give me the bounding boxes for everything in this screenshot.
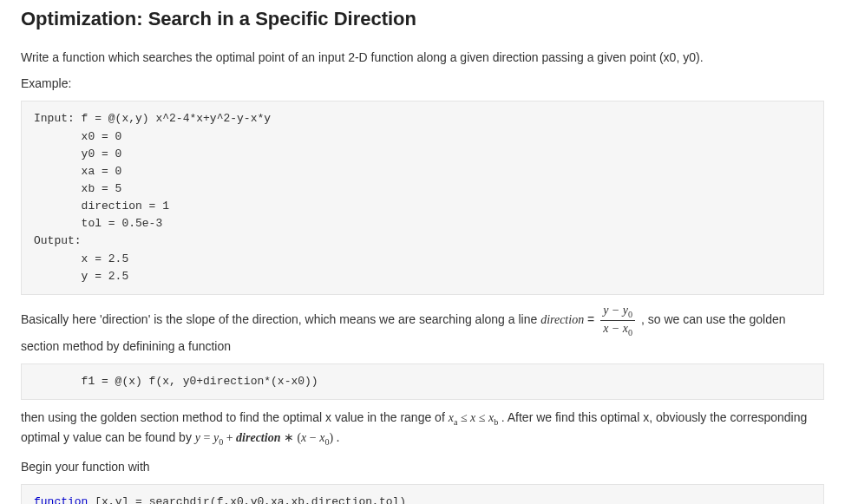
- intro-paragraph: Write a function which searches the opti…: [21, 49, 824, 66]
- function-signature: [x,y] = searchdir(f,x0,y0,xa,xb,directio…: [88, 495, 406, 504]
- range-expression: xa ≤ x ≤ xb: [449, 411, 501, 424]
- math-sub-0: 0: [628, 328, 632, 337]
- math-minus: −: [608, 304, 622, 317]
- math-minus: −: [608, 322, 622, 335]
- math-le: ≤: [475, 411, 488, 424]
- math-minus: −: [306, 431, 319, 444]
- golden-section-paragraph: then using the golden section method to …: [21, 409, 824, 449]
- math-sub-b: b: [494, 417, 498, 427]
- text-segment: =: [587, 312, 598, 326]
- math-direction: direction: [236, 431, 280, 444]
- math-times: ∗ (: [280, 431, 301, 444]
- text-segment: Basically here 'direction' is the slope …: [21, 312, 540, 326]
- page-title: Optimization: Search in a Specific Direc…: [21, 5, 824, 33]
- fraction: y − y0 x − x0: [600, 304, 635, 337]
- text-segment: then using the golden section method to …: [21, 410, 449, 424]
- keyword-function: function: [34, 495, 88, 504]
- y-equation: y = y0 + direction ∗ (x − x0) .: [195, 431, 339, 444]
- function-signature-block: function [x,y] = searchdir(f,x0,y0,xa,xb…: [21, 484, 824, 504]
- math-sub-0: 0: [628, 310, 632, 319]
- direction-explanation: Basically here 'direction' is the slope …: [21, 304, 824, 355]
- math-le: ≤: [457, 411, 470, 424]
- begin-function-label: Begin your function with: [21, 458, 824, 475]
- math-eq: =: [200, 431, 213, 444]
- math-direction: direction: [540, 313, 584, 326]
- fraction-numerator: y − y0: [600, 304, 635, 321]
- example-label: Example:: [21, 75, 824, 92]
- fraction-denominator: x − x0: [600, 321, 635, 337]
- f1-code-block: f1 = @(x) f(x, y0+direction*(x-x0)): [21, 363, 824, 400]
- example-code-block: Input: f = @(x,y) x^2-4*x+y^2-y-x*y x0 =…: [21, 101, 824, 294]
- math-plus: +: [223, 431, 236, 444]
- math-close: ) .: [330, 431, 340, 444]
